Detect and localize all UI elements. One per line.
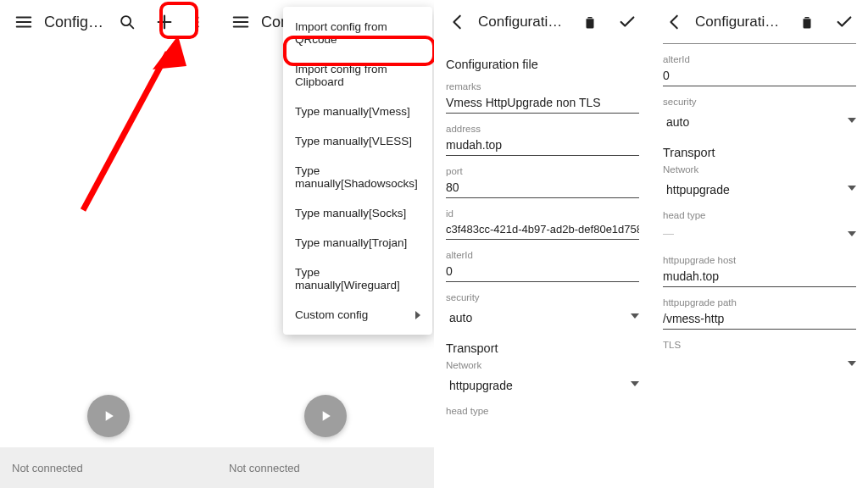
menu-import-clipboard[interactable]: Import config from Clipboard — [283, 54, 432, 97]
select-network[interactable]: httpupgrade — [446, 374, 639, 396]
label-id: id — [446, 208, 639, 219]
input-remarks[interactable] — [446, 92, 639, 114]
svg-point-2 — [197, 21, 199, 24]
select-headtype[interactable]: — — [663, 224, 856, 245]
select-network-value: httpupgrade — [663, 178, 733, 198]
chevron-down-icon — [848, 361, 856, 366]
chevron-right-icon — [415, 311, 420, 319]
appbar: Configuration file — [434, 0, 651, 44]
label-remarks: remarks — [446, 81, 639, 92]
label-address: address — [446, 124, 639, 134]
select-tls-value — [663, 353, 673, 374]
panel-home: Configuration… Not connected — [0, 0, 217, 488]
status-text: Not connected — [12, 462, 83, 474]
add-icon[interactable] — [147, 5, 181, 39]
chevron-down-icon — [631, 381, 639, 386]
label-alterid: alterId — [446, 250, 639, 260]
input-port[interactable] — [446, 176, 639, 198]
label-alterid: alterId — [663, 54, 856, 64]
menu-custom-config[interactable]: Custom config — [283, 300, 432, 330]
config-form: Configuration file remarks address port … — [434, 44, 651, 488]
chevron-down-icon — [848, 118, 856, 123]
status-bar: Not connected — [217, 447, 434, 488]
select-security[interactable]: auto — [446, 306, 639, 328]
svg-point-0 — [121, 16, 131, 25]
status-bar: Not connected — [0, 447, 217, 488]
menu-import-qrcode[interactable]: Import config from QRcode — [283, 12, 432, 54]
input-id[interactable] — [446, 219, 639, 240]
play-fab[interactable] — [87, 395, 130, 437]
appbar: Configuration file — [651, 0, 868, 44]
input-address[interactable] — [446, 134, 639, 156]
page-title: Configuration file — [478, 14, 570, 30]
status-text: Not connected — [229, 462, 300, 474]
check-icon[interactable] — [610, 5, 644, 39]
menu-type-socks[interactable]: Type manually[Socks] — [283, 198, 432, 228]
chevron-down-icon — [848, 231, 856, 236]
chevron-down-icon — [848, 186, 856, 191]
label-port: port — [446, 166, 639, 176]
panel-form-top: Configuration file Configuration file re… — [434, 0, 651, 488]
select-security-value: auto — [663, 110, 693, 130]
select-security[interactable]: auto — [663, 110, 856, 132]
label-host: httpupgrade host — [663, 255, 856, 265]
select-network[interactable]: httpupgrade — [663, 178, 856, 200]
svg-line-4 — [83, 53, 168, 210]
label-headtype: head type — [663, 210, 856, 220]
prev-field-underline — [663, 41, 856, 44]
appbar: Configuration… — [0, 0, 217, 44]
select-tls[interactable] — [663, 353, 856, 375]
hamburger-icon[interactable] — [224, 5, 258, 39]
label-headtype: head type — [446, 406, 639, 416]
input-alterid[interactable] — [446, 260, 639, 282]
delete-icon[interactable] — [573, 5, 607, 39]
back-icon[interactable] — [441, 5, 475, 39]
panel-form-bottom: Configuration file alterId security auto… — [651, 0, 868, 488]
page-title: Configuration file — [695, 14, 787, 30]
check-icon[interactable] — [827, 5, 861, 39]
menu-type-vless[interactable]: Type manually[VLESS] — [283, 126, 432, 156]
label-network: Network — [663, 164, 856, 175]
menu-type-shadowsocks[interactable]: Type manually[Shadowsocks] — [283, 156, 432, 198]
label-security: security — [663, 97, 856, 107]
input-path[interactable] — [663, 308, 856, 330]
menu-type-vmess[interactable]: Type manually[Vmess] — [283, 97, 432, 126]
delete-icon[interactable] — [790, 5, 824, 39]
menu-custom-config-label: Custom config — [295, 308, 368, 321]
section-config-file: Configuration file — [446, 58, 639, 71]
input-host[interactable] — [663, 265, 856, 287]
panel-menu: Confi Import config from QRcode Import c… — [217, 0, 434, 488]
svg-point-3 — [197, 25, 199, 28]
select-headtype-value: — — [663, 224, 674, 243]
chevron-down-icon — [631, 313, 639, 319]
app-title: Configuration… — [44, 14, 107, 31]
add-menu: Import config from QRcode Import config … — [283, 7, 432, 335]
label-network: Network — [446, 360, 639, 370]
menu-type-wireguard[interactable]: Type manually[Wireguard] — [283, 258, 432, 300]
config-form-cont: alterId security auto Transport Network … — [651, 39, 868, 483]
menu-type-trojan[interactable]: Type manually[Trojan] — [283, 228, 432, 258]
select-security-value: auto — [446, 306, 476, 326]
hamburger-icon[interactable] — [7, 5, 41, 39]
input-alterid[interactable] — [663, 64, 856, 86]
search-icon[interactable] — [110, 5, 144, 39]
label-security: security — [446, 292, 639, 302]
svg-point-1 — [197, 16, 199, 19]
section-transport: Transport — [446, 341, 639, 355]
annotation-arrow — [68, 32, 195, 219]
back-icon[interactable] — [658, 5, 692, 39]
more-icon[interactable] — [185, 5, 210, 39]
select-network-value: httpupgrade — [446, 374, 516, 394]
label-path: httpupgrade path — [663, 297, 856, 308]
label-tls: TLS — [663, 340, 856, 350]
section-transport: Transport — [663, 146, 856, 159]
play-fab[interactable] — [304, 395, 347, 437]
